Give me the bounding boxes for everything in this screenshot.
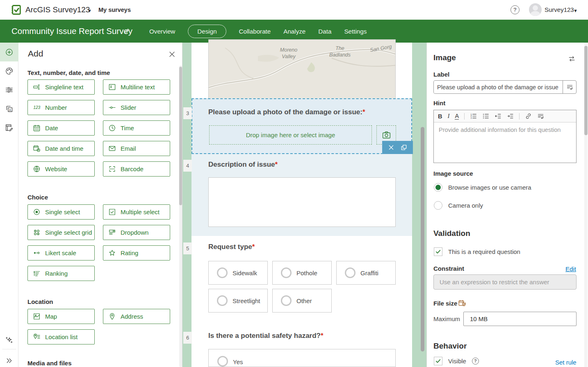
required-question-row[interactable]: This is a required question — [434, 247, 520, 256]
add-item-time[interactable]: Time — [103, 120, 170, 136]
add-item-location-list[interactable]: Location list — [27, 329, 95, 344]
radio-icon[interactable] — [217, 267, 228, 278]
add-panel: Add Text, number, date, and time Singlel… — [18, 43, 182, 367]
brand-name[interactable]: ArcGIS Survey123 — [25, 0, 90, 20]
checkbox-checked-icon[interactable] — [434, 357, 442, 365]
radio-icon[interactable] — [217, 356, 228, 367]
add-item-single-select[interactable]: Single select — [27, 204, 95, 220]
choice-pothole[interactable]: Pothole — [272, 261, 332, 285]
map-label: Moreno Valley — [270, 47, 307, 60]
indent-icon[interactable] — [507, 113, 514, 120]
rail-languages-button[interactable] — [0, 99, 18, 118]
add-item-email[interactable]: Email — [103, 141, 170, 156]
label-input[interactable] — [434, 81, 563, 93]
add-item-dropdown[interactable]: Dropdown — [103, 225, 170, 240]
visible-row[interactable]: Visible ? — [434, 357, 479, 365]
choice-other[interactable]: Other — [272, 289, 332, 313]
rail-options-button[interactable] — [0, 80, 18, 99]
add-item-website[interactable]: Website — [27, 161, 95, 177]
add-item-address[interactable]: Address — [103, 309, 170, 324]
choice-sidewalk[interactable]: Sidewalk — [208, 261, 268, 285]
radio-icon[interactable] — [434, 201, 442, 210]
add-item-map[interactable]: Map — [27, 309, 95, 324]
tab-design[interactable]: Design — [188, 25, 226, 38]
tab-analyze[interactable]: Analyze — [283, 28, 305, 35]
bold-icon[interactable]: B — [438, 113, 442, 120]
link-icon[interactable] — [525, 113, 532, 120]
properties-scrollbar-thumb[interactable] — [584, 46, 588, 135]
add-item-likert-scale[interactable]: Likert scale — [27, 245, 95, 261]
source-option-camera[interactable]: Camera only — [434, 201, 483, 210]
required-label: This is a required question — [448, 248, 520, 255]
duplicate-question-icon[interactable] — [401, 144, 407, 151]
constraint-edit-link[interactable]: Edit — [565, 265, 576, 272]
account-caret-icon[interactable]: ▼ — [573, 8, 578, 13]
account-menu[interactable]: Survey123 — [545, 0, 574, 20]
add-panel-scrollbar-thumb[interactable] — [179, 67, 182, 205]
radio-icon[interactable] — [217, 295, 228, 306]
hint-textarea[interactable] — [434, 122, 576, 163]
outdent-icon[interactable] — [495, 113, 501, 120]
question-safety-hazard[interactable]: Is there a potential safety hazard?* Yes — [191, 322, 412, 367]
underline-icon[interactable]: A — [455, 113, 459, 120]
question-description[interactable]: Description of issue* — [191, 154, 412, 236]
swap-question-type-icon[interactable] — [568, 55, 576, 63]
file-size-rule-icon[interactable] — [458, 299, 466, 308]
image-drop-zone[interactable]: Drop image here or select image — [209, 125, 372, 145]
radio-icon[interactable] — [345, 267, 356, 278]
add-item-number[interactable]: Number — [27, 100, 95, 115]
question-request-type[interactable]: Request type* Sidewalk Pothole Graffiti … — [191, 236, 412, 322]
radio-icon[interactable] — [281, 267, 292, 278]
add-item-single-select-grid[interactable]: Single select grid — [27, 225, 95, 240]
add-item-multiple-select[interactable]: Multiple select — [103, 204, 170, 220]
brand-caret-icon[interactable]: ▼ — [87, 8, 92, 13]
tab-collaborate[interactable]: Collaborate — [239, 28, 271, 35]
tab-settings[interactable]: Settings — [344, 28, 367, 35]
radio-selected-icon[interactable] — [434, 183, 442, 192]
choice-streetlight[interactable]: Streetlight — [208, 289, 268, 313]
rail-add-button[interactable] — [0, 43, 18, 61]
numbered-list-icon[interactable] — [470, 113, 477, 120]
add-item-barcode[interactable]: Barcode — [103, 161, 170, 177]
add-item-date-and-time[interactable]: Date and time — [27, 141, 95, 156]
singleline-text-icon — [33, 83, 41, 91]
tab-overview[interactable]: Overview — [149, 28, 175, 35]
add-item-slider[interactable]: Slider — [103, 100, 170, 115]
choice-yes[interactable]: Yes — [208, 349, 396, 367]
ranking-icon — [33, 270, 41, 277]
checkbox-checked-icon[interactable] — [434, 247, 442, 256]
rail-assistant-button[interactable] — [0, 331, 18, 349]
add-item-ranking[interactable]: Ranking — [27, 266, 95, 281]
question-label-text: Request type — [208, 243, 252, 251]
set-rule-link[interactable]: Set rule — [555, 359, 577, 366]
bullet-list-icon[interactable] — [482, 113, 489, 120]
add-item-singleline-text[interactable]: Singleline text — [27, 79, 95, 95]
question-label-text: Is there a potential safety hazard? — [208, 332, 321, 340]
designer-rail — [0, 43, 18, 367]
source-option-browse[interactable]: Browse images or use camera — [434, 183, 531, 192]
add-item-multiline-text[interactable]: Multiline text — [103, 79, 170, 95]
rail-expand-button[interactable] — [0, 351, 18, 367]
delete-question-icon[interactable] — [388, 144, 394, 151]
close-icon[interactable] — [168, 50, 176, 58]
add-item-rating[interactable]: Rating — [103, 245, 170, 261]
lines-return-icon[interactable] — [537, 113, 544, 120]
question-image-upload[interactable]: Please upload a photo of the damage or i… — [191, 98, 412, 154]
add-item-date[interactable]: Date — [27, 120, 95, 136]
avatar[interactable] — [529, 3, 542, 16]
nav-my-surveys[interactable]: My surveys — [98, 0, 131, 20]
help-icon[interactable]: ? — [511, 5, 520, 14]
italic-icon[interactable]: I — [447, 113, 449, 120]
canvas-scrollbar-thumb[interactable] — [421, 127, 424, 351]
tab-data[interactable]: Data — [318, 28, 331, 35]
help-icon[interactable]: ? — [472, 358, 479, 365]
choice-graffiti[interactable]: Graffiti — [336, 261, 396, 285]
rail-edit-schema-button[interactable] — [0, 118, 18, 137]
rail-appearance-button[interactable] — [0, 61, 18, 80]
properties-panel: Image Label Hint B I A Image — [426, 43, 588, 367]
edit-title-icon[interactable] — [123, 27, 130, 35]
label-edit-button[interactable] — [563, 81, 576, 93]
description-textarea[interactable] — [208, 177, 396, 227]
radio-icon[interactable] — [281, 295, 292, 306]
max-file-size-select[interactable]: 10 MB — [463, 312, 577, 326]
